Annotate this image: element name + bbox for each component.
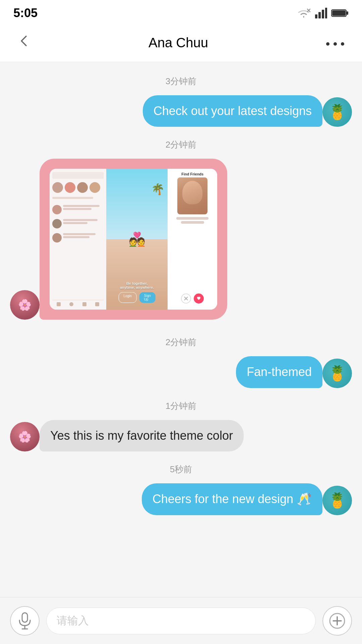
input-placeholder: 请输入 [57, 613, 89, 628]
svg-rect-2 [315, 14, 317, 18]
mockup-header-1 [52, 172, 104, 179]
mockup-find-friends-label: Find Friends [181, 172, 203, 176]
avatar-sent-1: 🍍 [322, 97, 352, 127]
message-sent-1: Check out your latest designs 🍍 [10, 95, 352, 127]
timestamp-4: 1分钟前 [10, 400, 352, 412]
bubble-sent-3: Cheers for the new design 🥂 [142, 483, 322, 515]
battery-icon [331, 8, 349, 18]
more-button[interactable] [322, 31, 349, 54]
mockup-person-name [176, 217, 208, 220]
timestamp-5: 5秒前 [10, 464, 352, 475]
mockup-screen-friends [50, 169, 106, 310]
mockup-overlay-text: Be together, anytime, anywhere. [106, 281, 168, 289]
svg-rect-5 [325, 8, 327, 18]
mockup-action-buttons: Login Sign Up [118, 292, 155, 303]
avatar-received-2: 🌸 [10, 422, 40, 451]
mockup-person-detail [181, 221, 204, 224]
bubble-received-1: Yes this is my favorite theme color [40, 420, 244, 451]
mockup-signup-btn: Sign Up [139, 292, 156, 303]
add-button[interactable] [322, 606, 352, 636]
mockup-login-btn: Login [118, 292, 136, 303]
message-received-1: 🌸 Yes this is my favorite theme color [10, 420, 352, 451]
message-sent-3: Cheers for the new design 🥂 🍍 [10, 483, 352, 515]
svg-rect-14 [22, 613, 27, 622]
message-sent-2: Fan-themed 🍍 [10, 356, 352, 388]
status-icons [296, 8, 349, 18]
input-bar: 请输入 [0, 597, 362, 644]
mockup-person-photo [177, 177, 207, 214]
mockup-screen-find-friends: Find Friends [168, 169, 217, 310]
image-bubble: 💑 🌴 Be together, anytime, anywhere. Logi… [40, 159, 227, 320]
svg-rect-3 [318, 12, 321, 18]
timestamp-2: 2分钟前 [10, 139, 352, 151]
avatar-sent-3: 🍍 [322, 486, 352, 515]
chat-area: 3分钟前 Check out your latest designs 🍍 2分钟… [0, 62, 362, 597]
status-time: 5:05 [13, 6, 38, 20]
message-input[interactable]: 请输入 [46, 607, 316, 634]
app-mockup: 💑 🌴 Be together, anytime, anywhere. Logi… [50, 169, 217, 310]
bubble-sent-2: Fan-themed [236, 356, 322, 388]
timestamp-3: 2分钟前 [10, 336, 352, 348]
status-bar: 5:05 [0, 0, 362, 23]
signal-icon [315, 8, 327, 18]
microphone-button[interactable] [10, 606, 40, 636]
header: Ana Chuu [0, 23, 362, 62]
mockup-like-buttons [181, 293, 204, 304]
avatar-received-1: 🌸 [10, 290, 40, 320]
mockup-chat-item-3 [52, 232, 104, 244]
svg-point-10 [334, 42, 337, 46]
svg-rect-4 [322, 10, 324, 18]
message-received-image: 🌸 [10, 159, 352, 320]
svg-rect-7 [347, 11, 348, 15]
svg-point-9 [326, 42, 329, 46]
avatar-sent-2: 🍍 [322, 359, 352, 388]
mockup-chat-item-2 [52, 218, 104, 230]
wifi-icon [296, 8, 311, 18]
timestamp-1: 3分钟前 [10, 75, 352, 87]
bubble-sent-1: Check out your latest designs [143, 95, 322, 127]
mockup-screen-together: 💑 🌴 Be together, anytime, anywhere. Logi… [106, 169, 168, 310]
mockup-pass-btn [181, 293, 191, 304]
mockup-chat-item-1 [52, 204, 104, 216]
mockup-like-btn [194, 293, 204, 304]
back-button[interactable] [13, 30, 35, 55]
svg-point-11 [341, 42, 344, 46]
svg-rect-8 [332, 10, 346, 16]
chat-title: Ana Chuu [148, 35, 208, 50]
